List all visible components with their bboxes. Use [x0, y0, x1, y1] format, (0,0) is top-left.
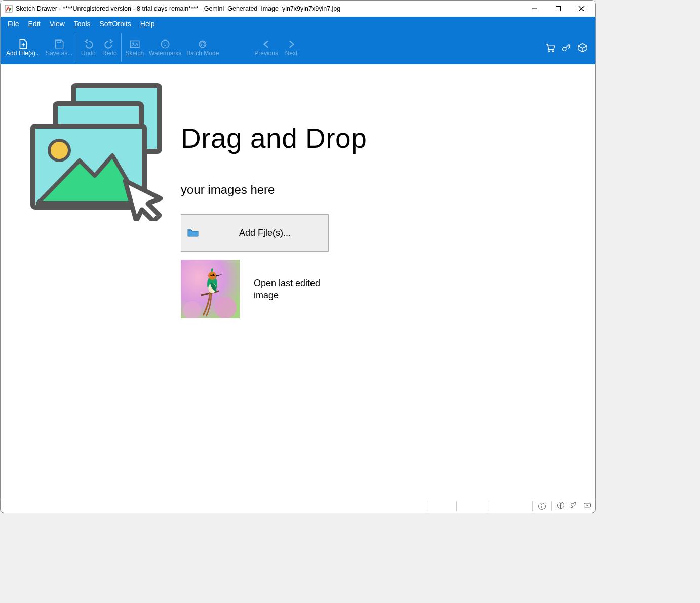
key-icon[interactable]: [561, 42, 572, 53]
previous-label: Previous: [254, 50, 278, 57]
sketch-icon: [129, 39, 140, 49]
menu-edit[interactable]: Edit: [24, 18, 45, 29]
open-last-edited-label: Open last edited image: [254, 277, 335, 301]
svg-point-7: [132, 42, 134, 44]
open-last-edited[interactable]: Open last edited image: [181, 260, 367, 318]
drag-drop-heading: Drag and Drop: [181, 122, 367, 154]
next-icon: [286, 39, 297, 49]
app-icon: [5, 5, 13, 13]
window-title: Sketch Drawer - ****Unregistered version…: [16, 5, 340, 12]
svg-point-11: [548, 51, 550, 52]
folder-icon: [187, 228, 199, 237]
menu-view[interactable]: View: [46, 18, 69, 29]
watermarks-label: Watermarks: [149, 50, 181, 57]
menu-softorbits[interactable]: SoftOrbits: [96, 18, 135, 29]
menu-help[interactable]: Help: [136, 18, 159, 29]
drag-drop-subheading: your images here: [181, 183, 367, 197]
status-info[interactable]: [532, 501, 551, 511]
save-icon: [54, 39, 65, 49]
menu-tools[interactable]: Tools: [70, 18, 95, 29]
next-button[interactable]: Next: [281, 32, 302, 63]
watermarks-icon: C: [160, 39, 171, 49]
redo-label: Redo: [102, 50, 117, 57]
undo-label: Undo: [81, 50, 96, 57]
svg-rect-28: [541, 506, 542, 508]
svg-point-27: [541, 504, 542, 505]
status-seg-2: [456, 501, 487, 511]
sketch-label: Sketch: [125, 50, 144, 57]
undo-button[interactable]: Undo: [77, 32, 99, 63]
svg-point-12: [552, 51, 554, 52]
toolbar: Add File(s)... Save as... Undo Redo Sket…: [1, 31, 595, 64]
redo-button[interactable]: Redo: [99, 32, 120, 63]
save-as-label: Save as...: [46, 50, 72, 57]
status-seg-3: [487, 501, 532, 511]
statusbar: [1, 499, 595, 513]
save-as-button[interactable]: Save as...: [43, 32, 75, 63]
youtube-icon[interactable]: [583, 501, 591, 511]
close-button[interactable]: [570, 1, 593, 17]
sketch-button[interactable]: Sketch: [123, 32, 146, 63]
drag-drop-illustration: [24, 79, 166, 221]
batch-mode-icon: [197, 39, 208, 49]
maximize-button[interactable]: [547, 1, 570, 17]
twitter-icon[interactable]: [570, 501, 578, 511]
svg-point-17: [49, 140, 69, 160]
info-icon: [538, 502, 546, 510]
svg-rect-2: [556, 7, 561, 11]
svg-text:C: C: [164, 42, 167, 47]
previous-icon: [261, 39, 272, 49]
facebook-icon[interactable]: [557, 501, 565, 511]
add-files-main-label: Add File(s)...: [239, 228, 291, 238]
redo-icon: [104, 39, 115, 49]
svg-point-25: [213, 274, 214, 276]
add-files-button[interactable]: Add File(s)...: [4, 32, 43, 63]
package-icon[interactable]: [577, 42, 588, 53]
last-edited-thumbnail: [181, 260, 240, 318]
cart-icon[interactable]: [545, 42, 556, 53]
menubar: File Edit View Tools SoftOrbits Help: [1, 17, 595, 31]
main-area[interactable]: Drag and Drop your images here Add File(…: [1, 64, 595, 499]
svg-point-10: [200, 41, 206, 47]
minimize-button[interactable]: [523, 1, 547, 17]
app-window: Sketch Drawer - ****Unregistered version…: [0, 0, 596, 513]
add-file-icon: [18, 39, 29, 49]
undo-icon: [83, 39, 94, 49]
add-files-label: Add File(s)...: [6, 50, 41, 57]
menu-file[interactable]: File: [4, 18, 23, 29]
titlebar: Sketch Drawer - ****Unregistered version…: [1, 1, 595, 17]
add-files-main-button[interactable]: Add File(s)...: [181, 214, 329, 252]
watermarks-button[interactable]: C Watermarks: [146, 32, 184, 63]
svg-point-13: [563, 47, 566, 51]
status-seg-1: [426, 501, 456, 511]
batch-mode-label: Batch Mode: [186, 50, 219, 57]
next-label: Next: [285, 50, 298, 57]
svg-point-19: [214, 297, 237, 318]
batch-mode-button[interactable]: Batch Mode: [184, 32, 221, 63]
previous-button[interactable]: Previous: [252, 32, 281, 63]
